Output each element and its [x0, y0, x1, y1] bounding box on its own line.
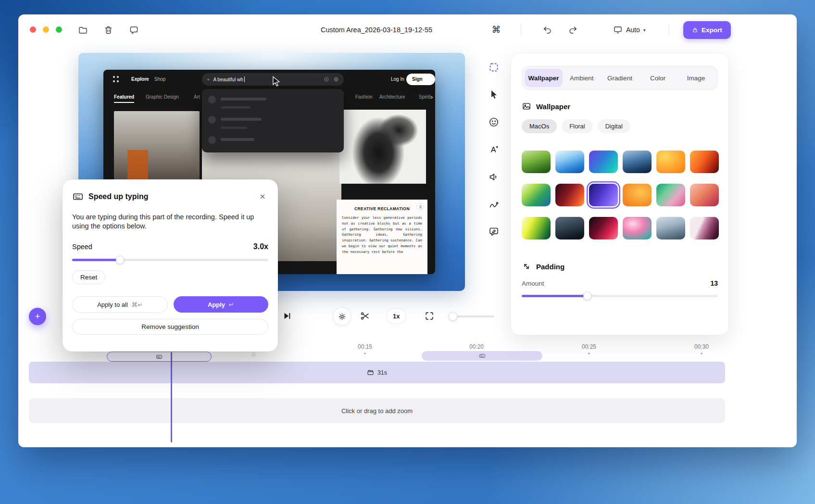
fullscreen-button[interactable] — [424, 311, 436, 322]
wallpaper-thumb-amber-swirl[interactable] — [623, 184, 652, 206]
skeleton-bar — [221, 138, 254, 141]
wallpaper-thumb-blue-wave[interactable] — [555, 151, 584, 173]
picture-icon — [522, 101, 531, 111]
tab-wallpaper[interactable]: Wallpaper — [525, 69, 563, 87]
tab-image[interactable]: Image — [677, 69, 715, 87]
site-logo — [113, 76, 120, 83]
wallpaper-thumb-orange-swirl[interactable] — [656, 151, 685, 173]
remove-suggestion-button[interactable]: Remove suggestion — [72, 319, 268, 335]
category-graphic-design: Graphic Design — [146, 94, 179, 100]
wallpaper-thumb-green-hills[interactable] — [522, 151, 551, 173]
mouse-cursor — [270, 75, 283, 88]
tab-gradient[interactable]: Gradient — [601, 69, 639, 87]
volume-slider[interactable] — [450, 315, 494, 317]
dialog-description: You are typing during this part of the r… — [72, 213, 268, 231]
command-shortcuts-button[interactable]: ⌘ — [490, 24, 502, 35]
redo-button[interactable] — [566, 23, 579, 37]
window-title: Custom Area_2026-03-18_19-12-55 — [321, 26, 432, 34]
site-signup-button: Sign Up — [406, 74, 435, 85]
apply-to-all-button[interactable]: Apply to all ⌘↵ — [72, 296, 168, 313]
speed-slider[interactable] — [72, 259, 268, 261]
preset-auto-label: Auto — [626, 26, 640, 34]
playback-speed-button[interactable]: 1x — [386, 308, 406, 324]
cut-clip-button[interactable] — [360, 311, 371, 322]
timeline-clip-track[interactable]: 31s — [29, 362, 725, 383]
tool-strip — [488, 62, 500, 238]
timeline-zoom-track[interactable]: Click or drag to add zoom — [29, 398, 725, 423]
traffic-close-button[interactable] — [30, 26, 36, 33]
preset-auto-dropdown[interactable]: Auto ▾ — [613, 22, 646, 38]
padding-amount-slider[interactable] — [522, 295, 718, 297]
amount-label: Amount — [522, 280, 544, 287]
toolbar-divider — [669, 24, 669, 36]
settings-button[interactable] — [333, 307, 351, 326]
toolbar-divider — [521, 24, 521, 36]
keyboard-icon — [156, 353, 163, 360]
background-settings-panel: Wallpaper Ambient Gradient Color Image W… — [511, 53, 729, 335]
wallpaper-thumb-purple-wave[interactable] — [589, 184, 618, 206]
draw-tool[interactable] — [488, 199, 500, 210]
traffic-zoom-button[interactable] — [56, 26, 62, 33]
desktop-wallpaper: Custom Area_2026-03-18_19-12-55 ⌘ Auto ▾… — [0, 0, 815, 504]
padding-section-title: Padding — [536, 263, 564, 271]
timeline-playhead[interactable] — [171, 352, 172, 442]
time-marker: 00:30 — [694, 343, 709, 350]
tab-color[interactable]: Color — [639, 69, 677, 87]
skeleton-avatar — [208, 116, 216, 124]
close-dialog-button[interactable]: ✕ — [257, 191, 268, 202]
skip-to-end-button[interactable] — [282, 311, 293, 322]
wallpaper-thumb-lime-abstract[interactable] — [522, 217, 551, 239]
export-button[interactable]: Export — [683, 21, 731, 39]
wallpaper-thumb-dark-red-wave[interactable] — [555, 184, 584, 206]
undo-button[interactable] — [540, 23, 554, 37]
site-nav-explore: Explore — [131, 76, 149, 82]
wallpaper-thumb-mauve-facets[interactable] — [690, 217, 719, 239]
skeleton-bar — [221, 118, 262, 121]
apply-button[interactable]: Apply ↵ — [174, 296, 268, 313]
wallpaper-thumb-coral-pink[interactable] — [690, 184, 719, 206]
wallpaper-thumb-teal-purple-wave[interactable] — [589, 151, 618, 173]
annotation-tool[interactable] — [488, 226, 500, 238]
tab-ambient[interactable]: Ambient — [563, 69, 601, 87]
wallpaper-thumb-teal-pink-swirl[interactable] — [623, 217, 652, 239]
wallpaper-thumb-green-pink-gradient[interactable] — [656, 184, 685, 206]
undo-icon — [542, 25, 552, 35]
keyframe-dot[interactable] — [252, 353, 255, 356]
background-tabs: Wallpaper Ambient Gradient Color Image — [522, 66, 718, 90]
open-project-button[interactable] — [76, 23, 89, 37]
wallpaper-thumb-night-mountain[interactable] — [555, 217, 584, 239]
text-tool[interactable] — [488, 144, 500, 155]
skip-end-icon — [282, 311, 293, 321]
typing-segment-selected[interactable] — [107, 352, 212, 362]
wallpaper-thumb-misty-blue[interactable] — [656, 217, 685, 239]
speed-slider-fill — [72, 259, 120, 261]
wallpaper-thumb-rainbow-green-wave[interactable] — [522, 184, 551, 206]
padding-slider-knob[interactable] — [583, 292, 591, 300]
reaction-tool[interactable] — [488, 116, 500, 128]
time-marker-dot — [701, 353, 702, 354]
pen-squiggle-icon — [488, 199, 500, 210]
trash-icon — [103, 25, 113, 35]
time-marker: 00:15 — [358, 343, 372, 350]
delete-project-button[interactable] — [101, 23, 115, 37]
feedback-button[interactable] — [127, 23, 140, 37]
chip-digital[interactable]: Digital — [598, 119, 630, 133]
audio-tool[interactable] — [488, 171, 500, 183]
search-query-text: A beautiful wh — [213, 77, 243, 82]
reset-button[interactable]: Reset — [72, 270, 105, 284]
typing-segment[interactable] — [422, 351, 542, 361]
volume-slider-knob[interactable] — [449, 312, 457, 321]
traffic-minimize-button[interactable] — [43, 26, 49, 33]
wallpaper-thumb-red-orange-flow[interactable] — [690, 151, 719, 173]
chip-floral[interactable]: Floral — [562, 119, 593, 133]
add-button[interactable]: + — [29, 308, 46, 325]
chip-macos[interactable]: MacOs — [522, 119, 557, 133]
wallpaper-thumb-crimson-wave[interactable] — [589, 217, 618, 239]
time-marker: 00:20 — [469, 343, 484, 350]
wallpaper-thumb-blue-mountain[interactable] — [623, 151, 652, 173]
select-area-tool[interactable] — [488, 62, 500, 73]
chevron-right-icon: › — [431, 93, 433, 101]
site-article-card: CREATIVE RECLAMATION Consider your less … — [337, 200, 427, 274]
wallpaper-section-title: Wallpaper — [536, 102, 570, 111]
cursor-tool[interactable] — [488, 89, 500, 101]
